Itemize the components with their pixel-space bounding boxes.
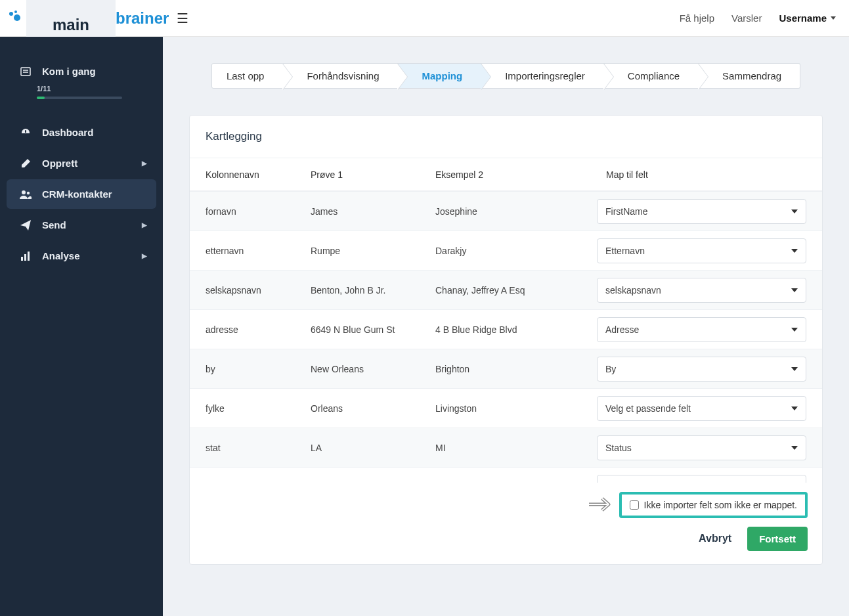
select-value: By — [605, 364, 616, 374]
caret-down-icon — [791, 328, 798, 332]
cell-sample-2: Livingston — [426, 403, 597, 414]
cell-sample-1: New Orleans — [301, 364, 426, 374]
wizard-step-mapping[interactable]: Mapping — [398, 63, 481, 89]
wizard-step-summary[interactable]: Sammendrag — [699, 63, 800, 89]
caret-down-icon — [791, 407, 798, 410]
user-menu[interactable]: Username — [779, 12, 836, 24]
select-value: selskapsnavn — [605, 285, 661, 296]
alerts-link[interactable]: Varsler — [731, 12, 762, 24]
table-row: by New Orleans Brighton By — [190, 349, 822, 388]
map-field-select[interactable]: FirstName — [597, 199, 806, 224]
header-column-name: Kolonnenavn — [196, 169, 301, 180]
mapping-card: Kartlegging Kolonnenavn Prøve 1 Eksempel… — [189, 115, 823, 565]
checkbox-label: Ikke importer felt som ikke er mappet. — [644, 500, 797, 510]
wizard-step-upload[interactable]: Last opp — [211, 63, 284, 89]
header-sample-1: Prøve 1 — [301, 169, 426, 180]
table-header: Kolonnenavn Prøve 1 Eksempel 2 Map til f… — [190, 158, 822, 190]
main-content: Last opp Forhåndsvisning Mapping Importe… — [163, 37, 849, 616]
map-field-select[interactable]: Status — [597, 435, 806, 460]
table-row: glidelås 70116 48116 Glidelås — [190, 467, 822, 483]
cell-sample-2: Brighton — [426, 364, 597, 374]
chevron-right-icon: ▶ — [142, 160, 147, 167]
cell-sample-1: Benton, John B Jr. — [301, 285, 426, 296]
list-icon — [20, 66, 32, 77]
sidebar-item-analyse[interactable]: Analyse ▶ — [7, 241, 156, 271]
svg-rect-9 — [24, 254, 26, 261]
svg-rect-8 — [21, 257, 23, 261]
chevron-right-icon: ▶ — [142, 221, 147, 229]
select-value: Adresse — [605, 324, 639, 335]
cell-column-name: adresse — [196, 324, 301, 335]
topnav: Få hjelp Varsler Username — [680, 12, 836, 24]
map-field-select[interactable]: Etternavn — [597, 238, 806, 263]
chevron-right-icon: ▶ — [142, 252, 147, 259]
wizard-step-preview[interactable]: Forhåndsvisning — [283, 63, 398, 89]
map-field-select[interactable]: Velg et passende felt — [597, 396, 806, 421]
logo-text-brainer: brainer — [116, 9, 169, 28]
table-row: selskapsnavn Benton, John B Jr. Chanay, … — [190, 270, 822, 309]
select-value: Velg et passende felt — [605, 403, 691, 414]
cancel-button[interactable]: Avbryt — [691, 526, 739, 551]
menu-toggle-icon[interactable]: ☰ — [177, 11, 188, 26]
dont-import-unmapped-checkbox[interactable] — [630, 500, 639, 510]
cell-sample-1: James — [301, 206, 426, 217]
sidebar-item-label: Opprett — [42, 158, 77, 169]
table-row: fornavn James Josephine FirstName — [190, 191, 822, 231]
caret-down-icon — [791, 209, 798, 213]
map-field-select[interactable]: selskapsnavn — [597, 278, 806, 303]
gauge-icon — [20, 127, 32, 138]
map-field-select[interactable]: Glidelås — [597, 475, 806, 483]
sidebar-item-dashboard[interactable]: Dashboard — [7, 118, 156, 147]
cell-column-name: fornavn — [196, 206, 301, 217]
svg-point-1 — [14, 11, 17, 13]
cell-column-name: by — [196, 364, 301, 374]
caret-down-icon — [791, 367, 798, 371]
cell-sample-2: Darakjy — [426, 246, 597, 256]
chart-icon — [20, 251, 32, 261]
cell-sample-2: Josephine — [426, 206, 597, 217]
table-scroll[interactable]: fornavn James Josephine FirstName ettern… — [190, 190, 822, 483]
sidebar-item-label: CRM-kontakter — [42, 188, 112, 200]
caret-down-icon — [831, 16, 836, 20]
sidebar-item-label: Dashboard — [42, 127, 93, 138]
sidebar-item-send[interactable]: Send ▶ — [7, 210, 156, 240]
username-label: Username — [779, 12, 827, 24]
cell-sample-2: Chanay, Jeffrey A Esq — [426, 285, 597, 296]
cell-column-name: fylke — [196, 403, 301, 414]
pencil-icon — [20, 158, 32, 169]
continue-button[interactable]: Fortsett — [747, 527, 808, 551]
card-footer: Ikke importer felt som ikke er mappet. A… — [190, 483, 822, 564]
cell-sample-1: LA — [301, 443, 426, 453]
sidebar-item-crm-contacts[interactable]: CRM-kontakter — [7, 179, 156, 209]
wizard-steps: Last opp Forhåndsvisning Mapping Importe… — [189, 63, 823, 89]
header-map-to: Map til felt — [597, 169, 806, 180]
svg-rect-10 — [28, 252, 30, 261]
svg-point-6 — [22, 190, 26, 194]
svg-point-7 — [27, 191, 30, 194]
wizard-step-compliance[interactable]: Compliance — [604, 63, 699, 89]
cell-column-name: etternavn — [196, 246, 301, 256]
svg-rect-3 — [21, 68, 30, 76]
table-row: fylke Orleans Livingston Velg et passend… — [190, 388, 822, 428]
table-row: stat LA MI Status — [190, 428, 822, 467]
cell-sample-2: MI — [426, 443, 597, 453]
table-row: adresse 6649 N Blue Gum St 4 B Blue Ridg… — [190, 309, 822, 349]
map-field-select[interactable]: Adresse — [597, 317, 806, 342]
svg-point-2 — [14, 14, 20, 21]
progress-bar — [37, 97, 122, 99]
wizard-step-import-rules[interactable]: Importeringsregler — [481, 63, 604, 89]
select-value: Etternavn — [605, 246, 645, 256]
cell-column-name: stat — [196, 443, 301, 453]
map-field-select[interactable]: By — [597, 357, 806, 382]
caret-down-icon — [791, 288, 798, 292]
sidebar-item-label: Send — [42, 219, 66, 231]
sidebar-item-getting-started[interactable]: Kom i gang — [7, 56, 156, 86]
dont-import-unmapped-row[interactable]: Ikke importer felt som ikke er mappet. — [619, 492, 808, 518]
logo-dots-icon — [8, 9, 22, 28]
cell-column-name: selskapsnavn — [196, 285, 301, 296]
table-row: etternavn Rumpe Darakjy Etternavn — [190, 231, 822, 270]
help-link[interactable]: Få hjelp — [680, 12, 714, 24]
header-sample-2: Eksempel 2 — [426, 169, 597, 180]
paper-plane-icon — [20, 220, 32, 231]
sidebar-item-create[interactable]: Opprett ▶ — [7, 148, 156, 178]
